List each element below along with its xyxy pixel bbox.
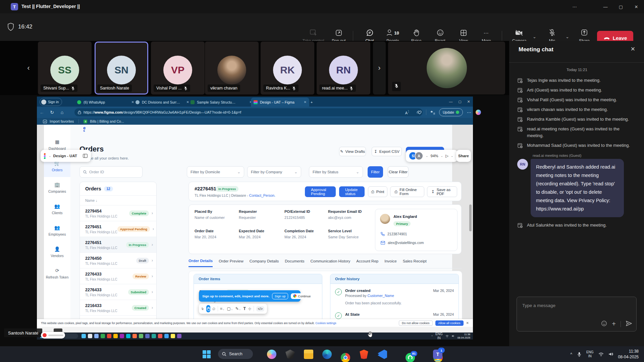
export-csv-button[interactable]: ↧ Export CSV <box>372 147 402 156</box>
app-icon[interactable] <box>158 334 162 338</box>
taskbar-clock[interactable]: 11:3808-04-2025 <box>618 349 639 359</box>
close-button[interactable]: ✕ <box>629 0 644 13</box>
game-bar-widget[interactable] <box>41 332 65 339</box>
detail-tab[interactable]: Sales Receipt <box>403 259 427 266</box>
app-icon[interactable] <box>171 334 175 338</box>
participant-tile-wide[interactable] <box>388 42 505 95</box>
taskbar-app-icon[interactable] <box>359 350 369 359</box>
chevron-down-icon[interactable]: ⌄ <box>49 154 51 158</box>
detail-tab[interactable]: Account Rep <box>356 259 378 266</box>
app-icon[interactable] <box>145 334 150 338</box>
app-icon[interactable] <box>132 334 137 338</box>
read-aloud-icon[interactable]: A〕 <box>405 110 411 115</box>
order-action-button[interactable]: ↧ Save as PDF <box>427 186 457 197</box>
chevron-down-icon[interactable]: ⌄ <box>441 154 443 158</box>
tray-expand-icon[interactable]: ^ <box>431 335 433 338</box>
browser-profile-button[interactable]: Sign in <box>40 98 62 106</box>
participant-tile[interactable]: VP Vishal Patil ... <box>151 42 205 95</box>
sidebar-item[interactable]: ⟳ Refresh Token <box>44 263 70 284</box>
measure-tool-icon[interactable]: ⊹ <box>248 307 251 311</box>
favorites-bar-icon[interactable] <box>430 110 435 115</box>
app-icon[interactable] <box>82 334 86 338</box>
send-icon[interactable] <box>626 320 632 328</box>
participant-tile[interactable]: RK Ravindra K... <box>261 42 314 95</box>
order-action-button[interactable]: ⎙ Fill Online Form <box>390 186 424 197</box>
browser-maximize-button[interactable]: ▢ <box>455 97 464 107</box>
filter-dropdown[interactable]: Filter by Company ⌄ <box>247 166 301 178</box>
dev-mode-icon[interactable]: </> <box>256 306 264 311</box>
message-composer[interactable]: Type a message + <box>517 297 637 331</box>
reload-icon[interactable]: ↻ <box>47 110 57 115</box>
figma-logo-icon[interactable] <box>44 153 46 159</box>
order-action-button[interactable]: ⎙ Print <box>368 186 387 197</box>
emoji-icon[interactable] <box>601 320 607 328</box>
browser-essentials-icon[interactable] <box>417 110 422 115</box>
order-row[interactable]: 2279451 TL Flex Holdings LLC Approval Pe… <box>80 221 156 237</box>
sidebar-item[interactable]: 👤 Vendors <box>44 241 70 263</box>
detail-tab[interactable]: Invoice <box>384 259 396 266</box>
clear-filter-button[interactable]: Clear Filter <box>388 166 409 178</box>
browser-menu-icon[interactable]: ⋯ <box>467 110 472 115</box>
contact-email[interactable]: alex@vstatefilings.com <box>381 241 424 245</box>
order-row[interactable]: 2279454 TL Flex Holdings LLC Complete › <box>80 205 156 221</box>
scroll-right-button[interactable]: › <box>373 42 386 95</box>
language-indicator[interactable]: ENGIN <box>586 350 594 358</box>
order-row[interactable]: 2276433 TL Flex Holdings LLC Submitted › <box>80 284 156 300</box>
new-tab-button[interactable]: + <box>308 98 320 107</box>
allow-cookies-button[interactable]: Allow all cookies <box>435 320 464 326</box>
order-id-search-input[interactable]: Order ID <box>79 166 143 178</box>
app-icon[interactable] <box>107 334 111 338</box>
order-row[interactable]: 2216433 TL Flex Holdings LLC Created › <box>80 300 156 316</box>
figma-share-button[interactable]: Share <box>456 150 471 162</box>
home-icon[interactable]: ⌂ <box>57 110 67 115</box>
volume-icon[interactable] <box>608 352 613 356</box>
tray-expand-icon[interactable]: ^ <box>570 352 572 357</box>
figma-scrollbar[interactable] <box>469 204 472 231</box>
titlebar-more-icon[interactable]: ⋯ <box>567 0 582 13</box>
camera-options-chevron-icon[interactable]: ⌄ <box>533 34 536 39</box>
bookmark-bills[interactable]: Bills | Billing and Co... <box>90 119 124 123</box>
chat-messages[interactable]: Today 11:21 Tejas Ingle was invited to t… <box>517 68 637 232</box>
app-icon[interactable] <box>177 334 181 338</box>
browser-minimize-button[interactable]: — <box>446 97 455 107</box>
hand-tool-icon[interactable] <box>206 305 210 312</box>
participant-tile[interactable]: vikram chavan <box>205 42 259 95</box>
back-icon[interactable]: ← <box>37 110 47 115</box>
import-favorites[interactable]: Import favorites <box>50 119 74 123</box>
tab-close-icon[interactable]: ✕ <box>304 100 307 104</box>
order-action-button[interactable]: Approval Pending <box>305 186 336 197</box>
volume-icon[interactable] <box>451 335 455 338</box>
cursor-tool-icon[interactable] <box>202 306 204 311</box>
taskbar-app-icon[interactable] <box>341 353 350 362</box>
mic-in-use-icon[interactable] <box>577 352 582 357</box>
filter-dropdown[interactable]: Filter by Status ⌄ <box>309 166 363 178</box>
customer-name-link[interactable]: Customer_Name <box>368 294 394 298</box>
deny-cookies-button[interactable]: Do not allow cookies <box>399 320 433 326</box>
taskbar-app-icon[interactable] <box>378 350 387 359</box>
order-row[interactable]: 2276451 TL Flex Holdings LLC In Progress… <box>80 237 156 253</box>
participant-tile-active-speaker[interactable]: SN Santosh Narate <box>95 42 148 95</box>
address-bar[interactable]: https://www.figma.com/design/9BKQ0FOHRWa… <box>74 108 423 116</box>
detail-tab[interactable]: Company Details <box>250 259 279 266</box>
whatsapp-icon[interactable]: 81 <box>406 353 415 362</box>
browser-tab[interactable]: (6) WhatsApp ✕ <box>74 98 137 107</box>
detail-tab[interactable]: Documents <box>285 259 304 266</box>
zoom-level[interactable]: 94% <box>431 154 438 158</box>
wifi-icon[interactable] <box>445 335 449 338</box>
taskbar-app-icon[interactable] <box>285 350 295 359</box>
taskbar-app-icon[interactable] <box>304 350 313 359</box>
order-action-button[interactable]: Update status <box>339 186 365 197</box>
app-icon[interactable] <box>120 334 124 338</box>
browser-tab[interactable]: Design - UAT – Figma ✕ <box>251 98 309 107</box>
detail-tab[interactable]: Communication History <box>310 259 350 266</box>
filter-button[interactable]: Filter <box>368 166 383 178</box>
cookie-close-icon[interactable]: ✕ <box>466 321 469 325</box>
layout-columns-icon[interactable] <box>83 154 88 158</box>
browser-update-button[interactable]: Update <box>439 108 463 116</box>
language-indicator[interactable]: ENGIN <box>435 332 443 340</box>
copilot-icon[interactable] <box>476 110 481 115</box>
app-icon[interactable] <box>139 334 143 338</box>
app-icon[interactable] <box>101 334 105 338</box>
participant-tile[interactable]: SS Shivani Sup... <box>38 42 92 95</box>
contact-phone[interactable]: 2123874901 <box>381 232 407 236</box>
